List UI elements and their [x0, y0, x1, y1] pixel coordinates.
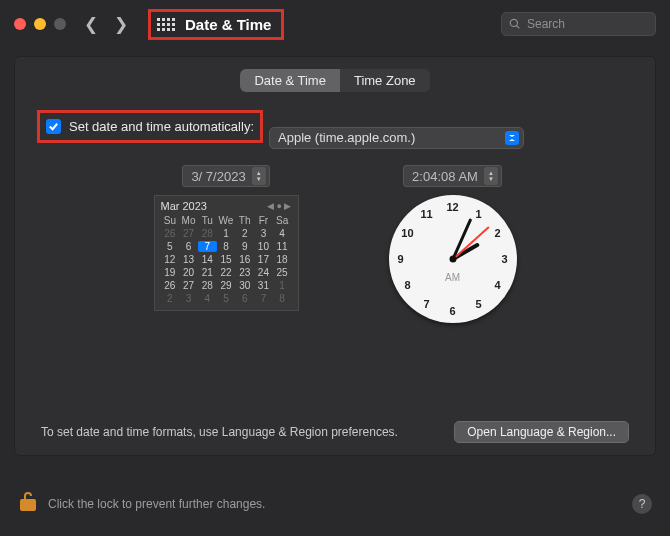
forward-button[interactable]: ❯: [110, 14, 132, 35]
calendar-day[interactable]: 31: [254, 280, 273, 291]
tab-time-zone[interactable]: Time Zone: [340, 69, 430, 92]
calendar-day[interactable]: 28: [198, 280, 217, 291]
analog-clock: AM 121234567891011: [389, 195, 517, 323]
auto-datetime-row: Set date and time automatically:: [37, 110, 263, 143]
time-server-dropdown[interactable]: Apple (time.apple.com.): [269, 127, 524, 149]
calendar-day[interactable]: 18: [273, 254, 292, 265]
calendar-day[interactable]: 4: [198, 293, 217, 304]
calendar-day[interactable]: 2: [235, 228, 254, 239]
calendar-dow: Tu: [198, 215, 217, 226]
lock-bar: Click the lock to prevent further change…: [18, 490, 652, 517]
date-stepper[interactable]: ▲▼: [252, 167, 266, 185]
tab-date-time[interactable]: Date & Time: [240, 69, 340, 92]
calendar-title: Mar 2023: [161, 200, 207, 212]
search-icon: [509, 18, 521, 30]
calendar-day[interactable]: 3: [254, 228, 273, 239]
time-stepper[interactable]: ▲▼: [484, 167, 498, 185]
clock-number: 10: [401, 227, 413, 239]
calendar-day[interactable]: 23: [235, 267, 254, 278]
title-group: Date & Time: [148, 9, 284, 40]
clock-ampm: AM: [445, 272, 460, 283]
calendar-dow: Th: [235, 215, 254, 226]
calendar-day[interactable]: 20: [179, 267, 198, 278]
clock-number: 6: [449, 305, 455, 317]
time-column: 2:04:08 AM ▲▼ AM 121234567891011: [389, 165, 517, 323]
calendar-day[interactable]: 29: [217, 280, 236, 291]
clock-number: 3: [501, 253, 507, 265]
open-language-region-button[interactable]: Open Language & Region...: [454, 421, 629, 443]
calendar-day[interactable]: 19: [161, 267, 180, 278]
calendar-day[interactable]: 14: [198, 254, 217, 265]
clock-number: 1: [475, 208, 481, 220]
calendar-day[interactable]: 30: [235, 280, 254, 291]
calendar-day[interactable]: 24: [254, 267, 273, 278]
zoom-window-icon: [54, 18, 66, 30]
calendar-day[interactable]: 4: [273, 228, 292, 239]
calendar-day[interactable]: 2: [161, 293, 180, 304]
settings-panel: Date & Time Time Zone Set date and time …: [14, 56, 656, 456]
chevron-down-icon: [505, 131, 519, 145]
calendar-day[interactable]: 1: [217, 228, 236, 239]
calendar-dow: We: [217, 215, 236, 226]
calendar-day[interactable]: 7: [198, 241, 217, 252]
minimize-window-icon[interactable]: [34, 18, 46, 30]
search-input[interactable]: Search: [501, 12, 656, 36]
auto-datetime-checkbox[interactable]: [46, 119, 61, 134]
close-window-icon[interactable]: [14, 18, 26, 30]
all-prefs-icon[interactable]: [157, 18, 175, 31]
calendar-day[interactable]: 5: [161, 241, 180, 252]
calendar-day[interactable]: 5: [217, 293, 236, 304]
calendar-nav[interactable]: ◀ ● ▶: [267, 201, 291, 211]
calendar-dow: Su: [161, 215, 180, 226]
page-title: Date & Time: [185, 16, 271, 33]
clock-number: 9: [397, 253, 403, 265]
calendar-day[interactable]: 25: [273, 267, 292, 278]
clock-number: 5: [475, 298, 481, 310]
auto-datetime-label: Set date and time automatically:: [69, 119, 254, 134]
calendar-day[interactable]: 21: [198, 267, 217, 278]
window-controls: [14, 18, 66, 30]
time-server-value: Apple (time.apple.com.): [278, 130, 415, 145]
calendar-day[interactable]: 12: [161, 254, 180, 265]
clock-number: 2: [494, 227, 500, 239]
calendar-day[interactable]: 7: [254, 293, 273, 304]
calendar-day[interactable]: 6: [235, 293, 254, 304]
clock-number: 7: [423, 298, 429, 310]
clock-number: 11: [420, 208, 432, 220]
calendar-day[interactable]: 13: [179, 254, 198, 265]
help-button[interactable]: ?: [632, 494, 652, 514]
lock-text: Click the lock to prevent further change…: [48, 497, 265, 511]
tab-bar: Date & Time Time Zone: [41, 69, 629, 92]
calendar-day[interactable]: 8: [217, 241, 236, 252]
date-column: 3/ 7/2023 ▲▼ Mar 2023 ◀ ● ▶ SuMoTuWeThFr…: [154, 165, 299, 311]
calendar-day[interactable]: 27: [179, 228, 198, 239]
time-field[interactable]: 2:04:08 AM ▲▼: [403, 165, 502, 187]
calendar-day[interactable]: 1: [273, 280, 292, 291]
calendar-day[interactable]: 8: [273, 293, 292, 304]
calendar-day[interactable]: 3: [179, 293, 198, 304]
calendar-dow: Mo: [179, 215, 198, 226]
calendar-day[interactable]: 26: [161, 280, 180, 291]
calendar[interactable]: Mar 2023 ◀ ● ▶ SuMoTuWeThFrSa26272812345…: [154, 195, 299, 311]
titlebar: ❮ ❯ Date & Time Search: [0, 0, 670, 48]
calendar-day[interactable]: 27: [179, 280, 198, 291]
calendar-day[interactable]: 6: [179, 241, 198, 252]
date-field[interactable]: 3/ 7/2023 ▲▼: [182, 165, 269, 187]
clock-number: 8: [404, 279, 410, 291]
calendar-day[interactable]: 17: [254, 254, 273, 265]
calendar-day[interactable]: 26: [161, 228, 180, 239]
calendar-dow: Sa: [273, 215, 292, 226]
calendar-dow: Fr: [254, 215, 273, 226]
calendar-day[interactable]: 28: [198, 228, 217, 239]
calendar-day[interactable]: 11: [273, 241, 292, 252]
clock-number: 12: [446, 201, 458, 213]
calendar-day[interactable]: 16: [235, 254, 254, 265]
clock-number: 4: [494, 279, 500, 291]
calendar-day[interactable]: 9: [235, 241, 254, 252]
calendar-day[interactable]: 22: [217, 267, 236, 278]
search-placeholder: Search: [527, 17, 565, 31]
back-button[interactable]: ❮: [80, 14, 102, 35]
calendar-day[interactable]: 10: [254, 241, 273, 252]
lock-icon[interactable]: [18, 490, 38, 517]
calendar-day[interactable]: 15: [217, 254, 236, 265]
